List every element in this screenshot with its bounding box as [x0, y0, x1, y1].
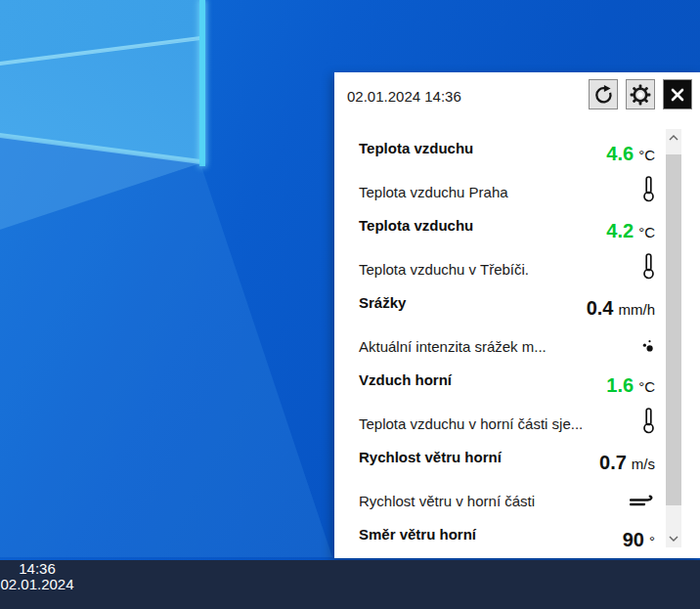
thermometer-icon	[642, 253, 655, 280]
item-desc: Rychlost větru v horní části	[359, 492, 535, 510]
item-icon-box	[628, 183, 655, 202]
sensor-row-main: Směr větru horní 90 °	[359, 526, 655, 549]
sensor-row-sub: Aktuální intenzita srážek m...	[359, 337, 655, 356]
taskbar-clock[interactable]: 14:36 02.01.2024	[0, 560, 74, 593]
item-value: 90	[623, 530, 644, 549]
widget-header: 02.01.2024 14:36	[334, 72, 700, 131]
widget-header-buttons	[589, 79, 692, 109]
item-label: Srážky	[359, 294, 406, 312]
item-value-group: 0.4 mm/h	[587, 298, 655, 318]
refresh-button[interactable]	[589, 79, 618, 109]
item-unit: °C	[638, 147, 655, 163]
sensor-row[interactable]: Srážky 0.4 mm/h Aktuální intenzita sráže…	[334, 294, 700, 371]
item-unit: °C	[638, 378, 655, 395]
item-value-group: 4.2 °C	[606, 221, 655, 240]
item-label: Teplota vzduchu	[359, 217, 473, 235]
item-icon-box	[628, 414, 655, 434]
widget-scrollbar[interactable]	[666, 129, 681, 547]
wind-icon	[630, 495, 655, 509]
item-label: Vzduch horní	[359, 371, 452, 389]
item-desc: Teplota vzduchu v horní části sje...	[359, 414, 583, 433]
sensor-row-sub: Teplota vzduchu v Třebíči.	[359, 260, 655, 280]
item-value-group: 4.6 °C	[606, 144, 655, 163]
close-icon	[671, 88, 684, 102]
taskbar: ENG 14:36 02.01.2024	[0, 560, 700, 609]
sensor-row[interactable]: Teplota vzduchu 4.2 °C Teplota vzduchu v…	[334, 217, 700, 294]
thermometer-icon	[642, 176, 655, 202]
sensor-row-sub: Rychlost větru v horní části	[359, 492, 655, 510]
item-value: 1.6	[606, 375, 634, 395]
chevron-up-icon	[669, 135, 678, 141]
item-value: 4.6	[606, 144, 634, 163]
wallpaper-pane-edge-right	[199, 0, 205, 166]
item-value: 4.2	[606, 221, 634, 240]
raindrops-icon	[641, 339, 655, 353]
sensor-row[interactable]: Vzduch horní 1.6 °C Teplota vzduchu v ho…	[334, 371, 700, 449]
sensor-row-main: Vzduch horní 1.6 °C	[359, 371, 655, 395]
thermometer-icon	[642, 408, 655, 434]
item-value: 0.7	[599, 453, 627, 472]
item-label: Směr větru horní	[359, 526, 476, 544]
sensor-row-main: Rychlost větru horní 0.7 m/s	[359, 449, 655, 472]
desktop: 02.01.2024 14:36	[0, 0, 700, 609]
widget-datetime: 02.01.2024 14:36	[347, 88, 461, 105]
scrollbar-down-button[interactable]	[666, 530, 681, 547]
refresh-icon	[593, 84, 614, 105]
item-value-group: 1.6 °C	[606, 375, 655, 395]
item-icon-box	[628, 337, 655, 353]
item-desc: Teplota vzduchu Praha	[359, 183, 508, 201]
scrollbar-up-button[interactable]	[666, 129, 681, 147]
sensor-list: Teplota vzduchu 4.6 °C Teplota vzduchu P…	[334, 131, 700, 603]
sensor-row[interactable]: Teplota vzduchu 4.6 °C Teplota vzduchu P…	[334, 140, 700, 217]
item-label: Teplota vzduchu	[359, 140, 473, 157]
item-icon-box	[628, 260, 655, 280]
chevron-down-icon	[669, 536, 678, 542]
item-icon-box	[628, 492, 655, 509]
gear-icon	[630, 84, 651, 106]
sensor-row-main: Teplota vzduchu 4.2 °C	[359, 217, 655, 240]
sensor-row[interactable]: Rychlost větru horní 0.7 m/s Rychlost vě…	[334, 449, 700, 526]
item-unit: mm/h	[619, 301, 656, 318]
item-label: Rychlost větru horní	[359, 449, 502, 466]
item-value-group: 90 °	[623, 530, 655, 549]
item-value-group: 0.7 m/s	[599, 453, 655, 472]
item-desc: Aktuální intenzita srážek m...	[359, 337, 547, 356]
item-unit: °C	[638, 224, 655, 240]
sensor-row-sub: Teplota vzduchu v horní části sje...	[359, 414, 655, 434]
sensor-row-main: Srážky 0.4 mm/h	[359, 294, 655, 318]
item-unit: m/s	[632, 456, 655, 472]
sensor-row-sub: Teplota vzduchu Praha	[359, 183, 655, 202]
item-unit: °	[649, 533, 655, 549]
clock-date: 02.01.2024	[0, 577, 73, 592]
sensor-row-main: Teplota vzduchu 4.6 °C	[359, 140, 655, 163]
weather-widget-panel: 02.01.2024 14:36	[334, 72, 700, 558]
item-value: 0.4	[587, 298, 614, 318]
item-desc: Teplota vzduchu v Třebíči.	[359, 260, 529, 279]
clock-time: 14:36	[19, 561, 56, 577]
close-button[interactable]	[663, 79, 692, 109]
settings-button[interactable]	[626, 79, 655, 109]
scrollbar-thumb[interactable]	[666, 154, 681, 505]
